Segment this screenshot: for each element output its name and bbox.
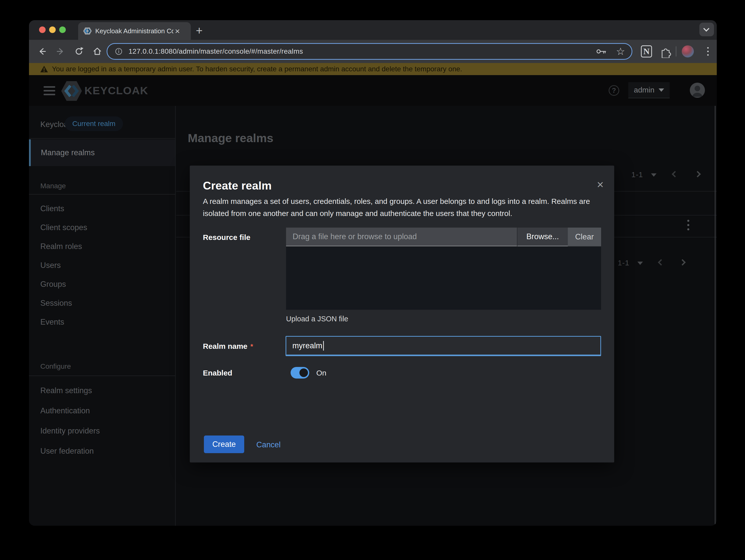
realm-name-label: Realm name* [203,342,253,351]
sidebar-item-manage-realms[interactable]: Manage realms [29,139,175,166]
bookmark-star-icon[interactable]: ☆ [616,46,625,57]
sidebar-section-configure: Configure [40,362,71,370]
create-button[interactable]: Create [204,435,244,453]
reload-button[interactable] [73,46,85,57]
pagination-prev-icon[interactable] [658,259,664,265]
sidebar-item-realm-settings[interactable]: Realm settings [29,381,175,401]
sidebar-section-manage: Manage [40,182,66,190]
toggle-knob [299,368,308,377]
sidebar-manage-list: Clients Client scopes Realm roles Users … [29,199,175,331]
window-minimize-button[interactable] [49,27,56,33]
sidebar-item-users[interactable]: Users [29,256,175,275]
realm-name-label-text: Realm name [203,342,248,350]
keycloak-logo-icon[interactable] [61,80,82,102]
sidebar-item-groups[interactable]: Groups [29,275,175,294]
divider [29,138,175,139]
browser-menu-icon[interactable] [703,46,713,57]
sidebar-item-sessions[interactable]: Sessions [29,294,175,312]
tab-strip: Keycloak Administration Cons × + [29,20,717,40]
modal-title: Create realm [203,179,272,192]
user-avatar-icon[interactable] [690,83,705,98]
tab-title: Keycloak Administration Cons [95,27,173,35]
realm-name-value: myrealm [292,341,322,350]
pagination-next-icon[interactable] [694,171,701,177]
pagination-top-range[interactable]: 1-1 [631,170,643,179]
sidebar-item-client-scopes[interactable]: Client scopes [29,218,175,237]
divider [29,194,175,195]
current-realm-badge: Current realm [65,117,123,131]
pagination-caret-icon[interactable] [637,262,643,265]
file-drop-area[interactable] [286,247,601,310]
password-key-icon[interactable] [596,46,607,57]
divider [29,375,175,376]
help-icon[interactable]: ? [609,85,619,96]
sidebar-configure-list: Realm settings Authentication Identity p… [29,381,175,461]
scrollbar[interactable] [715,106,715,526]
warning-banner-text: You are logged in as a temporary admin u… [52,65,462,73]
extensions-puzzle-icon[interactable] [659,46,672,58]
pagination-bottom-range[interactable]: 1-1 [618,259,629,267]
sidebar-item-authentication[interactable]: Authentication [29,401,175,421]
resource-file-label: Resource file [203,233,250,242]
sidebar-item-clients[interactable]: Clients [29,199,175,218]
masthead: KEYCLOAK ? admin [29,75,717,106]
realm-name-input[interactable]: myrealm [286,336,601,356]
sidebar-nav: Keycloak Current realm Manage realms Man… [29,106,176,526]
temp-admin-warning-banner: You are logged in as a temporary admin u… [29,63,717,75]
tab-search-button[interactable] [700,23,714,36]
pagination-caret-icon[interactable] [651,173,656,177]
sidebar-item-user-federation[interactable]: User federation [29,441,175,461]
row-kebab-menu-icon[interactable] [687,220,689,230]
home-button[interactable] [92,46,103,57]
sidebar-item-identity-providers[interactable]: Identity providers [29,421,175,441]
back-button[interactable] [37,46,47,57]
pagination-prev-icon[interactable] [672,171,678,177]
keycloak-favicon-icon [83,27,92,35]
enabled-state-text: On [316,369,326,377]
file-upload-input[interactable]: Drag a file here or browse to upload [286,228,517,246]
pagination-next-icon[interactable] [679,259,685,265]
text-cursor [323,341,324,351]
browser-window: Keycloak Administration Cons × + 127.0.0… [29,20,717,526]
sidebar-item-realm-roles[interactable]: Realm roles [29,237,175,256]
browser-toolbar: 127.0.0.1:8080/admin/master/console/#/ma… [29,40,717,63]
nav-toggle-hamburger-icon[interactable] [43,86,55,95]
window-close-button[interactable] [39,27,45,33]
keycloak-brand-text[interactable]: KEYCLOAK [85,85,148,97]
sidebar-item-events[interactable]: Events [29,312,175,331]
create-realm-modal: Create realm × A realm manages a set of … [190,166,614,462]
file-helper-text: Upload a JSON file [286,315,348,323]
url-text[interactable]: 127.0.0.1:8080/admin/master/console/#/ma… [129,47,303,56]
modal-description: A realm manages a set of users, credenti… [203,195,591,220]
modal-close-icon[interactable]: × [597,179,604,190]
enabled-toggle[interactable] [291,367,309,378]
address-bar[interactable]: 127.0.0.1:8080/admin/master/console/#/ma… [107,43,633,60]
site-info-icon[interactable] [114,46,124,56]
cancel-button[interactable]: Cancel [256,440,281,449]
forward-button[interactable] [55,46,66,57]
tab-close-icon[interactable]: × [175,27,180,35]
username: admin [634,86,654,94]
browser-tab[interactable]: Keycloak Administration Cons × [78,22,191,40]
page-title: Manage realms [188,131,273,145]
warning-triangle-icon [40,66,48,73]
browse-button[interactable]: Browse... [517,228,568,246]
clear-button[interactable]: Clear [568,228,601,246]
chevron-down-icon [703,26,709,32]
file-upload-row: Drag a file here or browse to upload Bro… [286,228,601,246]
window-zoom-button[interactable] [59,27,66,33]
caret-down-icon [658,89,664,92]
browser-profile-avatar[interactable] [682,45,694,58]
toolbar-divider [676,46,676,57]
enabled-label: Enabled [203,369,232,377]
required-asterisk: * [251,343,253,350]
user-menu-dropdown[interactable]: admin [628,82,670,98]
notion-extension-icon[interactable]: N [641,45,652,58]
new-tab-button[interactable]: + [196,24,203,37]
